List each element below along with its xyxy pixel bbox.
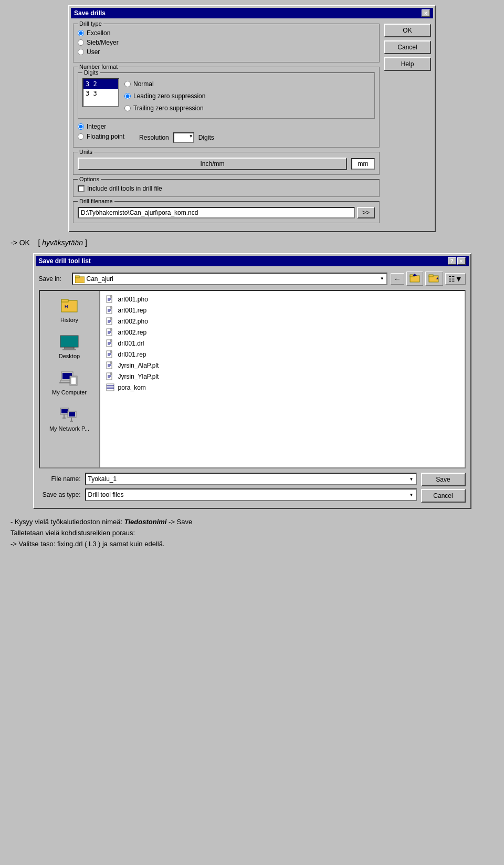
bottom-text-2: Talletetaan vielä kohdistusreikien porau…: [10, 529, 135, 537]
normal-label: Normal: [133, 80, 154, 88]
save-button[interactable]: Save: [421, 473, 466, 486]
save-in-row: Save in: Can_ajuri ▼ ←: [39, 272, 466, 286]
file-pora-kom[interactable]: pora_kom: [103, 382, 461, 393]
integer-option[interactable]: Integer: [78, 123, 375, 130]
include-drill-tools-row[interactable]: Include drill tools in drill file: [78, 185, 375, 192]
sieb-meyer-option[interactable]: Sieb/Meyer: [78, 39, 375, 46]
file-list-panel[interactable]: art001.pho art001.rep art002.pho: [100, 291, 465, 467]
digits-listbox[interactable]: 3 2 3 3: [82, 78, 119, 107]
help-button[interactable]: Help: [384, 57, 431, 71]
include-drill-tools-checkbox[interactable]: [78, 185, 85, 192]
digits-suffix-label: Digits: [198, 134, 214, 141]
sidebar-item-network[interactable]: My Network P...: [46, 404, 93, 434]
svg-rect-19: [71, 377, 76, 384]
new-folder-button[interactable]: *: [425, 272, 443, 286]
normal-option[interactable]: Normal: [124, 80, 205, 88]
file-art002-pho[interactable]: art002.pho: [103, 316, 461, 327]
file-art001-pho[interactable]: art001.pho: [103, 294, 461, 305]
file-name-row: File name: Tyokalu_1 ▼: [39, 473, 417, 485]
file-jyrsin-ylap[interactable]: Jyrsin_YlaP.plt: [103, 371, 461, 382]
file-name: art002.pho: [118, 318, 148, 325]
number-format-group: Number format Digits 3 2 3 3 Normal: [73, 67, 380, 148]
dropdown-arrow-icon: ▼: [380, 276, 384, 281]
bottom-line1: - Kysyy vielä työkalutiedoston nimeä: Ti…: [10, 517, 494, 528]
sieb-meyer-label: Sieb/Meyer: [87, 39, 119, 46]
save-as-type-dropdown[interactable]: Drill tool files ▼: [85, 488, 417, 501]
svg-text:H: H: [65, 304, 68, 309]
up-folder-button[interactable]: [406, 272, 423, 286]
svg-rect-26: [62, 418, 66, 419]
file-drl001-drl[interactable]: drl001.drl: [103, 338, 461, 349]
svg-rect-23: [69, 412, 75, 416]
save-as-type-label: Save as type:: [39, 491, 81, 498]
file-name: drl001.rep: [118, 351, 146, 358]
sidebar-item-desktop[interactable]: Desktop: [46, 331, 93, 361]
bottom-text-italic: Tiedostonimi: [124, 518, 167, 526]
drill-type-group: Drill type Excellon Sieb/Meyer User: [73, 24, 380, 62]
ok-button[interactable]: OK: [384, 24, 431, 37]
bottom-text-1: - Kysyy vielä työkalutiedoston nimeä:: [10, 518, 124, 526]
file-doc-icon: [106, 372, 115, 381]
trailing-zero-option[interactable]: Trailing zero suppression: [124, 105, 205, 112]
save-in-value: Can_ajuri: [87, 275, 113, 283]
options-label: Options: [78, 176, 101, 182]
options-group: Options Include drill tools in drill fil…: [73, 179, 380, 197]
digits-item-33[interactable]: 3 3: [83, 89, 118, 98]
file-name: drl001.drl: [118, 340, 144, 347]
excellon-label: Excellon: [87, 29, 110, 37]
dropdown-arrow-icon: ▼: [189, 134, 193, 139]
close-icon[interactable]: ×: [422, 9, 430, 17]
bottom-text-rest: -> Save: [166, 518, 192, 526]
trailing-zero-label: Trailing zero suppression: [133, 105, 204, 112]
drill-type-label: Drill type: [78, 20, 103, 27]
transition-text-area: -> OK [ hyväksytään ]: [0, 232, 504, 253]
excellon-option[interactable]: Excellon: [78, 29, 375, 37]
file-name: pora_kom: [118, 384, 146, 391]
svg-text:*: *: [436, 277, 438, 283]
user-option[interactable]: User: [78, 48, 375, 56]
browse-button[interactable]: >>: [357, 207, 375, 218]
view-button[interactable]: ☷▼: [445, 273, 466, 285]
sidebar-item-mycomputer[interactable]: My Computer: [46, 368, 93, 398]
folder-icon: [75, 275, 85, 283]
cancel-button[interactable]: Cancel: [421, 489, 466, 503]
back-button[interactable]: ←: [391, 273, 404, 285]
inch-mm-button[interactable]: Inch/mm: [78, 158, 347, 170]
save-drills-title: Save drills: [74, 9, 106, 17]
save-in-dropdown[interactable]: Can_ajuri ▼: [72, 273, 387, 285]
bottom-line2: Talletetaan vielä kohdistusreikien porau…: [10, 528, 494, 539]
file-browser-area: H History Desktop: [39, 290, 466, 468]
file-doc-icon: [106, 339, 115, 348]
close-icon[interactable]: ×: [457, 257, 466, 265]
svg-rect-12: [65, 347, 74, 349]
svg-rect-27: [70, 421, 73, 422]
file-art002-rep[interactable]: art002.rep: [103, 327, 461, 338]
file-art001-rep[interactable]: art001.rep: [103, 305, 461, 316]
svg-rect-24: [64, 414, 65, 418]
file-doc-icon: [106, 350, 115, 359]
file-doc-icon: [106, 361, 115, 370]
svg-rect-13: [62, 349, 76, 350]
file-jyrsin-alap[interactable]: Jyrsin_AlaP.plt: [103, 360, 461, 371]
save-drills-dialog: Save drills × Drill type Excellon Sieb/M…: [68, 5, 436, 232]
bottom-buttons: Save Cancel: [421, 473, 466, 504]
sidebar-item-history[interactable]: H History: [46, 295, 93, 325]
drill-filename-input[interactable]: [78, 207, 355, 218]
integer-label: Integer: [87, 123, 106, 130]
file-drl001-rep[interactable]: drl001.rep: [103, 349, 461, 360]
save-in-label: Save in:: [39, 275, 68, 283]
dialog-action-buttons: OK Cancel Help: [384, 24, 431, 227]
question-icon[interactable]: ?: [448, 257, 456, 265]
file-name-input[interactable]: Tyokalu_1 ▼: [85, 473, 417, 485]
save-drill-tool-dialog: Save drill tool list ? × Save in: Can_aj…: [33, 253, 471, 509]
leading-zero-option[interactable]: Leading zero suppression: [124, 92, 205, 100]
history-icon: H: [59, 297, 80, 315]
svg-marker-44: [110, 329, 112, 330]
svg-rect-1: [75, 276, 79, 278]
desktop-label: Desktop: [59, 353, 80, 359]
svg-rect-9: [61, 299, 68, 302]
cancel-button[interactable]: Cancel: [384, 40, 431, 54]
digits-item-32[interactable]: 3 2: [83, 79, 118, 89]
file-name: Jyrsin_YlaP.plt: [118, 373, 159, 380]
toolbar-row: ← *: [391, 272, 466, 286]
